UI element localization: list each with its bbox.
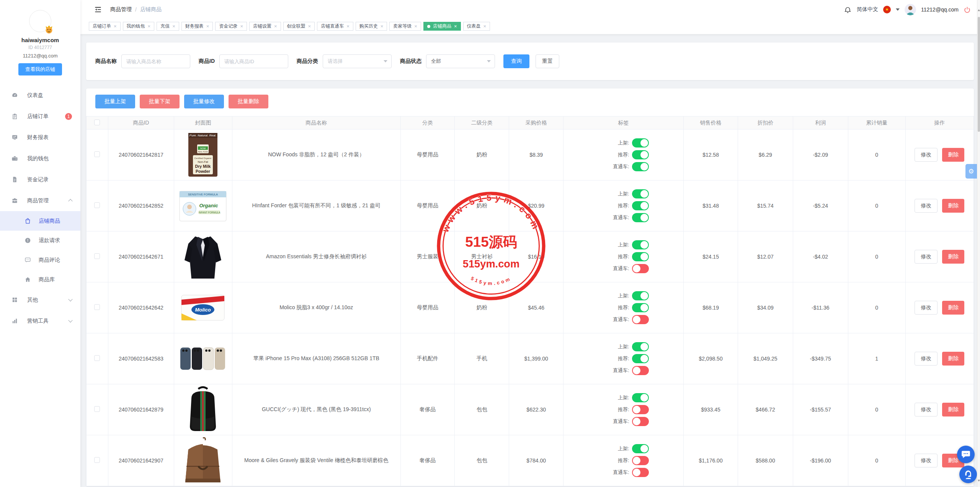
- tab-3[interactable]: 财务报表: [181, 22, 213, 31]
- sidebar-item-wallet[interactable]: 我的钱包: [0, 148, 80, 169]
- chevron-down-icon[interactable]: [896, 8, 900, 11]
- edit-button[interactable]: 修改: [915, 301, 938, 315]
- delete-button[interactable]: 删除: [942, 148, 964, 162]
- tab-2[interactable]: 充值: [157, 22, 179, 31]
- breadcrumb-root[interactable]: 商品管理: [110, 6, 132, 13]
- sidebar-item-orders[interactable]: 店铺订单1: [0, 106, 80, 127]
- close-icon[interactable]: [414, 24, 417, 29]
- through-train-toggle[interactable]: [632, 468, 649, 477]
- close-icon[interactable]: [148, 24, 151, 29]
- close-icon[interactable]: [381, 24, 384, 29]
- customer-service-headset-button[interactable]: [959, 466, 977, 483]
- close-icon[interactable]: [274, 24, 277, 29]
- batch-button-0[interactable]: 批量上架: [95, 95, 135, 108]
- topbar-avatar[interactable]: [905, 4, 916, 15]
- sidebar-item-home[interactable]: 商品库: [0, 270, 80, 289]
- through-train-toggle[interactable]: [632, 162, 649, 171]
- close-icon[interactable]: [240, 24, 243, 29]
- sidebar-item-comment[interactable]: 商品评论: [0, 250, 80, 270]
- delete-button[interactable]: 删除: [942, 250, 964, 264]
- recommend-toggle[interactable]: [632, 354, 649, 363]
- batch-button-3[interactable]: 批量删除: [229, 95, 268, 108]
- tab-0[interactable]: 店铺订单: [89, 22, 121, 31]
- through-train-toggle[interactable]: [632, 264, 649, 273]
- product-name-input[interactable]: [121, 54, 190, 68]
- close-icon[interactable]: [206, 24, 209, 29]
- edit-button[interactable]: 修改: [915, 250, 938, 264]
- scrollbar-thumb[interactable]: [978, 17, 980, 132]
- status-select[interactable]: 全部: [426, 54, 495, 68]
- close-icon[interactable]: [114, 24, 117, 29]
- close-icon[interactable]: [172, 24, 175, 29]
- close-icon[interactable]: [346, 24, 350, 29]
- row-checkbox[interactable]: [94, 202, 100, 208]
- sidebar-item-chart[interactable]: 营销工具: [0, 310, 80, 331]
- recommend-toggle[interactable]: [632, 252, 649, 261]
- onsale-toggle[interactable]: [632, 342, 649, 351]
- sidebar-item-dashboard[interactable]: 仪表盘: [0, 85, 80, 106]
- batch-button-1[interactable]: 批量下架: [140, 95, 180, 108]
- scroll-down-arrow-icon[interactable]: [978, 480, 980, 482]
- onsale-toggle[interactable]: [632, 138, 649, 148]
- close-icon[interactable]: [454, 24, 457, 29]
- sidebar-item-report[interactable]: 财务报表: [0, 127, 80, 148]
- edit-button[interactable]: 修改: [915, 352, 938, 366]
- sidebar-item-grid[interactable]: 其他: [0, 289, 80, 310]
- recommend-toggle[interactable]: [632, 150, 649, 159]
- sidebar-collapse-icon[interactable]: [94, 6, 102, 13]
- sidebar-item-products[interactable]: 商品管理: [0, 190, 80, 211]
- onsale-toggle[interactable]: [632, 444, 649, 453]
- edit-button[interactable]: 修改: [915, 454, 938, 467]
- edit-button[interactable]: 修改: [915, 403, 938, 416]
- row-checkbox[interactable]: [94, 304, 100, 310]
- onsale-toggle[interactable]: [632, 291, 649, 300]
- sidebar-item-bag[interactable]: 店铺商品: [0, 211, 80, 231]
- recommend-toggle[interactable]: [632, 201, 649, 210]
- row-checkbox[interactable]: [94, 355, 100, 361]
- delete-button[interactable]: 删除: [942, 301, 964, 315]
- chat-bubble-button[interactable]: [957, 446, 975, 463]
- china-flag-icon[interactable]: [883, 6, 891, 13]
- recommend-toggle[interactable]: [632, 303, 649, 312]
- reset-button[interactable]: 重置: [536, 54, 559, 68]
- row-checkbox[interactable]: [94, 406, 100, 412]
- view-store-button[interactable]: 查看我的店铺: [18, 63, 62, 75]
- recommend-toggle[interactable]: [632, 456, 649, 465]
- onsale-toggle[interactable]: [632, 393, 649, 402]
- onsale-toggle[interactable]: [632, 189, 649, 198]
- tab-9[interactable]: 卖家等级: [389, 22, 421, 31]
- edit-button[interactable]: 修改: [915, 148, 938, 162]
- through-train-toggle[interactable]: [632, 417, 649, 426]
- product-id-input[interactable]: [219, 54, 288, 68]
- close-icon[interactable]: [308, 24, 311, 29]
- delete-button[interactable]: 删除: [942, 403, 964, 416]
- row-checkbox[interactable]: [94, 457, 100, 463]
- through-train-toggle[interactable]: [632, 213, 649, 222]
- close-icon[interactable]: [483, 24, 487, 29]
- settings-gear-icon[interactable]: ⚙: [965, 164, 977, 179]
- sidebar-item-refund[interactable]: 退款请求: [0, 231, 80, 250]
- row-checkbox[interactable]: [94, 253, 100, 259]
- tab-8[interactable]: 购买历史: [356, 22, 387, 31]
- category-select[interactable]: 请选择: [323, 54, 392, 68]
- search-button[interactable]: 查询: [503, 54, 529, 68]
- tab-11[interactable]: 仪表盘: [463, 22, 490, 31]
- onsale-toggle[interactable]: [632, 240, 649, 249]
- vertical-scrollbar[interactable]: [977, 0, 980, 487]
- batch-button-2[interactable]: 批量修改: [184, 95, 224, 108]
- notification-bell-icon[interactable]: [844, 6, 852, 14]
- tab-4[interactable]: 资金记录: [215, 22, 247, 31]
- scroll-up-arrow-icon[interactable]: [978, 9, 980, 11]
- through-train-toggle[interactable]: [632, 366, 649, 375]
- through-train-toggle[interactable]: [632, 315, 649, 324]
- logout-power-icon[interactable]: [964, 6, 971, 13]
- tab-6[interactable]: 创业联盟: [283, 22, 315, 31]
- sidebar-item-funds[interactable]: 资金记录: [0, 169, 80, 190]
- select-all-checkbox[interactable]: [94, 120, 100, 125]
- tab-10-active[interactable]: 店铺商品: [423, 22, 461, 31]
- tab-1[interactable]: 我的钱包: [123, 22, 155, 31]
- tab-7[interactable]: 店铺直通车: [317, 22, 353, 31]
- account-email[interactable]: 11212@qq.com: [921, 7, 959, 13]
- recommend-toggle[interactable]: [632, 405, 649, 414]
- language-selector[interactable]: 简体中文: [857, 6, 878, 13]
